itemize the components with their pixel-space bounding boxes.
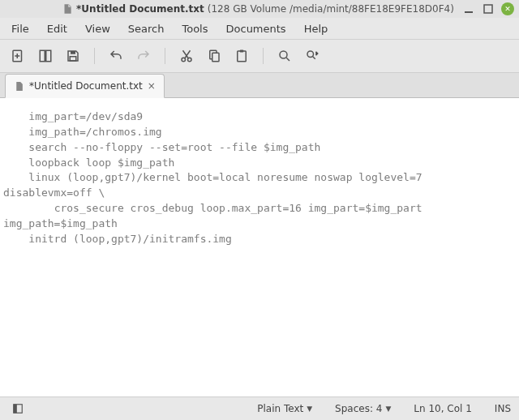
svg-rect-1	[484, 5, 492, 13]
cut-icon	[179, 49, 194, 63]
cursor-position: Ln 10, Col 1	[414, 403, 472, 414]
menu-documents[interactable]: Documents	[218, 20, 294, 37]
find-replace-icon	[305, 49, 320, 63]
minimize-button[interactable]	[462, 2, 475, 15]
svg-rect-4	[46, 50, 51, 62]
tab-close-button[interactable]: ×	[148, 80, 156, 92]
side-panel-toggle[interactable]	[8, 403, 28, 414]
find-button[interactable]	[275, 46, 294, 66]
close-button[interactable]	[501, 2, 514, 15]
svg-rect-16	[14, 405, 17, 414]
document-icon	[62, 3, 73, 15]
menu-search[interactable]: Search	[120, 20, 173, 37]
cut-button[interactable]	[177, 46, 196, 66]
titlebar-path: (128 GB Volume /media/mint/88FE18E9FE18D…	[208, 3, 454, 15]
window-title: *Untitled Document.txt (128 GB Volume /m…	[54, 3, 462, 15]
tab-label: *Untitled Document.txt	[29, 80, 143, 92]
titlebar: *Untitled Document.txt (128 GB Volume /m…	[0, 0, 519, 18]
svg-rect-11	[238, 51, 247, 62]
toolbar	[0, 40, 519, 73]
menu-help[interactable]: Help	[296, 20, 337, 37]
svg-rect-3	[40, 50, 45, 62]
svg-point-13	[280, 51, 287, 58]
open-file-icon	[38, 49, 53, 63]
maximize-button[interactable]	[482, 2, 495, 15]
syntax-label: Plain Text	[257, 403, 303, 414]
statusbar: Plain Text ▼ Spaces: 4 ▼ Ln 10, Col 1 IN…	[0, 396, 519, 420]
new-file-icon	[11, 49, 25, 63]
menubar: File Edit View Search Tools Documents He…	[0, 18, 519, 40]
syntax-selector[interactable]: Plain Text ▼	[257, 403, 312, 414]
svg-rect-10	[212, 53, 219, 62]
toolbar-separator	[263, 48, 264, 64]
titlebar-filename: *Untitled Document.txt	[76, 3, 204, 15]
dropdown-icon: ▼	[385, 405, 391, 413]
toolbar-separator	[165, 48, 165, 64]
panel-icon	[12, 403, 24, 414]
undo-icon	[109, 49, 123, 63]
editor-content[interactable]: img_part=/dev/sda9 img_path=/chromos.img…	[0, 98, 519, 251]
paste-button[interactable]	[232, 46, 251, 66]
svg-point-14	[307, 51, 314, 58]
copy-button[interactable]	[204, 46, 224, 66]
redo-icon	[136, 49, 151, 63]
position-label: Ln 10, Col 1	[414, 403, 472, 414]
save-button[interactable]	[63, 46, 83, 66]
menu-edit[interactable]: Edit	[39, 20, 75, 37]
paste-icon	[234, 49, 249, 63]
indent-label: Spaces: 4	[335, 403, 382, 414]
insert-label: INS	[495, 403, 511, 414]
svg-rect-6	[70, 57, 76, 61]
document-icon	[14, 81, 24, 92]
copy-icon	[207, 49, 221, 63]
save-icon	[66, 49, 80, 63]
dropdown-icon: ▼	[307, 405, 312, 413]
editor-area[interactable]: img_part=/dev/sda9 img_path=/chromos.img…	[0, 98, 519, 396]
svg-rect-12	[240, 50, 244, 53]
open-button[interactable]	[36, 46, 55, 66]
menu-file[interactable]: File	[3, 20, 37, 37]
svg-rect-0	[465, 11, 473, 13]
tab-untitled[interactable]: *Untitled Document.txt ×	[5, 74, 165, 98]
new-document-button[interactable]	[8, 46, 28, 66]
undo-button[interactable]	[106, 46, 126, 66]
find-replace-button[interactable]	[302, 46, 322, 66]
toolbar-separator	[94, 48, 95, 64]
menu-view[interactable]: View	[77, 20, 118, 37]
insert-mode[interactable]: INS	[495, 403, 511, 414]
redo-button[interactable]	[134, 46, 153, 66]
search-icon	[277, 49, 292, 63]
indent-selector[interactable]: Spaces: 4 ▼	[335, 403, 391, 414]
svg-rect-5	[71, 51, 75, 54]
menu-tools[interactable]: Tools	[174, 20, 216, 37]
tabbar: *Untitled Document.txt ×	[0, 73, 519, 98]
